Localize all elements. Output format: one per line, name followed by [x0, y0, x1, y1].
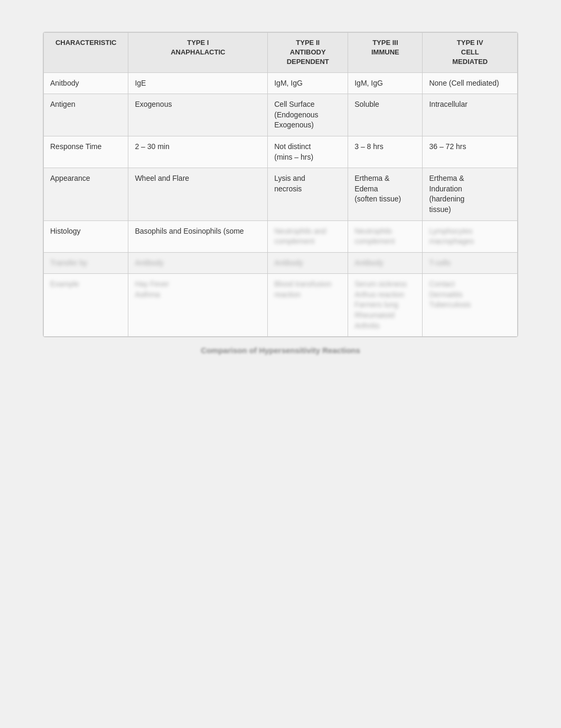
header-type3: TYPE IIIIMMUNE — [348, 33, 423, 73]
row-label-blurred: Transfer by — [44, 252, 128, 274]
header-type4: TYPE IVCELLMEDIATED — [423, 33, 518, 73]
table-row: Histology Basophils and Eosinophils (som… — [44, 220, 518, 252]
row-type4: Erthema &Induration(hardeningtissue) — [423, 168, 518, 220]
row-type1-blurred: Antibody — [128, 252, 268, 274]
row-label: Response Time — [44, 136, 128, 168]
row-type3: Erthema &Edema(soften tissue) — [348, 168, 423, 220]
header-type2: TYPE IIANTIBODYDEPENDENT — [268, 33, 348, 73]
row-type1: Exogenous — [128, 94, 268, 136]
row-type4: None (Cell mediated) — [423, 72, 518, 94]
row-type2-blurred: Neutrophils andcomplement — [268, 220, 348, 252]
row-type2: Lysis andnecrosis — [268, 168, 348, 220]
row-type4: 36 – 72 hrs — [423, 136, 518, 168]
row-type2: Cell Surface(EndogenousExogenous) — [268, 94, 348, 136]
table-row: Anitbody IgE IgM, IgG IgM, IgG None (Cel… — [44, 72, 518, 94]
row-label: Appearance — [44, 168, 128, 220]
header-type1: TYPE IANAPHALACTIC — [128, 33, 268, 73]
table-caption: Comparison of Hypersensitivity Reactions — [21, 346, 540, 355]
row-type4-blurred: T-cells — [423, 252, 518, 274]
header-characteristic: CHARACTERISTIC — [44, 33, 128, 73]
row-type1-blurred2: Hay FeverAsthma — [128, 274, 268, 337]
row-type2-blurred2: Blood transfusionreaction — [268, 274, 348, 337]
row-type2: Not distinct(mins – hrs) — [268, 136, 348, 168]
row-type3: Soluble — [348, 94, 423, 136]
row-type1: Wheel and Flare — [128, 168, 268, 220]
row-type4-blurred2: ContactDermatitisTuberculosis — [423, 274, 518, 337]
row-label: Histology — [44, 220, 128, 252]
table-row: Example Hay FeverAsthma Blood transfusio… — [44, 274, 518, 337]
row-type3: 3 – 8 hrs — [348, 136, 423, 168]
row-label: Anitbody — [44, 72, 128, 94]
table-row: Appearance Wheel and Flare Lysis andnecr… — [44, 168, 518, 220]
table-row: Antigen Exogenous Cell Surface(Endogenou… — [44, 94, 518, 136]
row-type2-blurred: Antibody — [268, 252, 348, 274]
row-type1: 2 – 30 min — [128, 136, 268, 168]
comparison-table: CHARACTERISTIC TYPE IANAPHALACTIC TYPE I… — [43, 32, 518, 337]
table-row: Transfer by Antibody Antibody Antibody T… — [44, 252, 518, 274]
row-type4-blurred: Lymphocytesmacrophages — [423, 220, 518, 252]
row-label: Antigen — [44, 94, 128, 136]
row-type3-blurred: Antibody — [348, 252, 423, 274]
row-type1: Basophils and Eosinophils (some — [128, 220, 268, 252]
row-type1: IgE — [128, 72, 268, 94]
row-type3-blurred: Neutrophilscomplement — [348, 220, 423, 252]
row-type3: IgM, IgG — [348, 72, 423, 94]
table-row: Response Time 2 – 30 min Not distinct(mi… — [44, 136, 518, 168]
row-type3-blurred2: Serum sicknessArthus reactionFarmers lun… — [348, 274, 423, 337]
row-label-blurred2: Example — [44, 274, 128, 337]
row-type4: Intracellular — [423, 94, 518, 136]
row-type2: IgM, IgG — [268, 72, 348, 94]
